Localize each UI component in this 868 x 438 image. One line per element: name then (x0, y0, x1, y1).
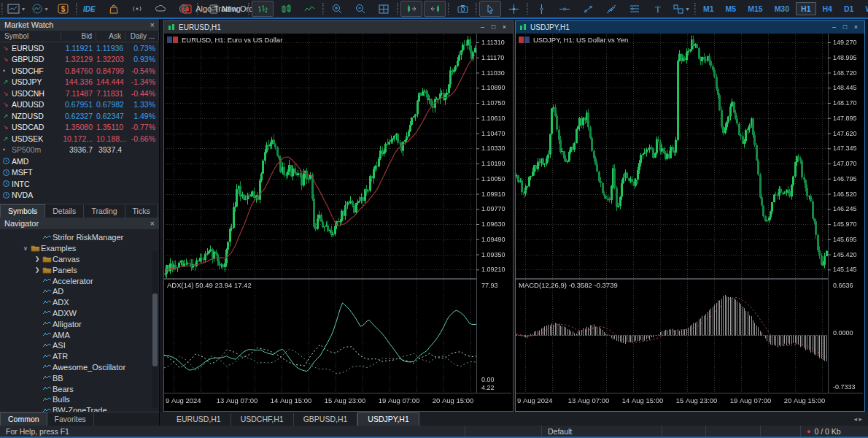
timeframe-m30[interactable]: M30 (770, 2, 794, 15)
navigator-item-bulls[interactable]: Bulls (0, 394, 159, 405)
accounts-button[interactable]: $ (52, 1, 74, 17)
signals-button[interactable] (126, 1, 148, 17)
tab-details[interactable]: Details (45, 205, 84, 218)
market-watch-row[interactable]: •SP500m3936.73937.4 (0, 145, 159, 156)
cursor-button[interactable] (479, 1, 501, 17)
navigator-item-accelerator[interactable]: Accelerator (0, 275, 159, 286)
navigator-scrollbar[interactable] (152, 251, 158, 408)
tab-favorites[interactable]: Favorites (47, 413, 94, 426)
tree-item-label: Accelerator (53, 277, 93, 285)
zoom-out-button[interactable] (349, 1, 371, 17)
zoom-in-button[interactable] (326, 1, 348, 17)
auto-scroll-button[interactable] (424, 1, 446, 17)
chevron-right-icon[interactable]: ❯ (34, 256, 41, 262)
timeframe-m5[interactable]: M5 (721, 2, 742, 15)
minimize-button[interactable]: – (829, 22, 840, 33)
window-titlebar[interactable]: EURUSD,H1 –□× (164, 21, 513, 34)
timeframe-m15[interactable]: M15 (743, 2, 767, 15)
tab-symbols[interactable]: Symbols (0, 204, 45, 218)
timeframe-m1[interactable]: M1 (698, 2, 719, 15)
new-chart-button[interactable]: ▾ (5, 1, 27, 17)
chart-tab-usdchf-h1[interactable]: USDCHF,H1 (231, 413, 294, 426)
market-watch-row[interactable]: ↗USDSEK10.172...10.188...-0.66% (0, 133, 159, 145)
navigator-item-adxw[interactable]: ADXW (0, 308, 159, 319)
timeframe-h4[interactable]: H4 (818, 2, 837, 15)
shapes-button[interactable]: ▾ (670, 1, 692, 17)
minimize-button[interactable]: – (477, 22, 488, 33)
navigator-item-bw-zonetrade[interactable]: BW-ZoneTrade (0, 405, 159, 412)
close-button[interactable]: × (850, 22, 861, 33)
column-header-daily[interactable]: Daily ... (125, 32, 159, 40)
candlestick-chart-button[interactable] (275, 1, 297, 17)
market-watch-row[interactable]: ↘AUDUSD0.679510.679821.33% (0, 99, 159, 111)
navigator-item-asi[interactable]: ASI (0, 340, 159, 351)
navigator-item-bb[interactable]: BB (0, 372, 159, 383)
chart-symbol-label: USDJPY, H1: US Dollar vs Yen (519, 36, 628, 44)
timeframe-d1[interactable]: D1 (839, 2, 859, 15)
navigator-item-awesome-oscillator[interactable]: Awesome_Oscillator (0, 362, 159, 373)
market-button[interactable] (103, 1, 125, 17)
clock-icon (3, 180, 12, 187)
market-watch-row[interactable]: AMD (0, 155, 159, 167)
tab-scroll-arrows[interactable]: ◂ ▸ (853, 415, 862, 423)
shift-end-button[interactable] (400, 1, 422, 17)
chart-tab-eurusd-h1[interactable]: EURUSD,H1 (167, 413, 231, 426)
navigator-item-strifor-riskmanager[interactable]: Strifor RiskManager (0, 232, 159, 243)
maximize-button[interactable]: □ (488, 22, 499, 33)
cloud-button[interactable] (150, 1, 171, 17)
chart-profiles-button[interactable]: ▾ (28, 1, 50, 17)
horizontal-line-button[interactable] (554, 1, 576, 17)
usdjpy-chart-canvas[interactable] (516, 34, 863, 410)
timeframe-h1[interactable]: H1 (796, 2, 815, 15)
navigator-item-atr[interactable]: ATR (0, 351, 159, 362)
trendline-button[interactable] (577, 1, 599, 17)
channel-button[interactable] (600, 1, 622, 17)
column-header-bid[interactable]: Bid (61, 32, 96, 40)
tile-windows-button[interactable] (373, 1, 395, 17)
close-icon[interactable]: × (150, 20, 155, 29)
maximize-button[interactable]: □ (840, 22, 850, 33)
vertical-line-button[interactable] (530, 1, 552, 17)
market-watch-row[interactable]: ↘GBPUSD1.321291.322030.93% (0, 54, 159, 66)
new-order-button[interactable]: New Order (224, 1, 246, 17)
market-watch-row[interactable]: ↗USDJPY144.336144.444-1.34% (0, 77, 159, 88)
close-button[interactable]: × (499, 22, 510, 33)
text-tool-button[interactable]: T (647, 1, 669, 17)
market-watch-row[interactable]: NVDA (0, 190, 159, 201)
navigator-item-ama[interactable]: AMA (0, 329, 159, 340)
timeframe-w1[interactable]: W1 (860, 2, 868, 15)
close-icon[interactable]: × (150, 219, 155, 228)
crosshair-button[interactable] (503, 1, 524, 17)
market-watch-row[interactable]: ↗NZDUSD0.623270.623471.49% (0, 110, 159, 122)
chevron-right-icon[interactable]: ❯ (34, 266, 41, 273)
chevron-down-icon[interactable]: ∨ (22, 245, 29, 252)
market-watch-row[interactable]: ↘EURUSD1.119211.119360.73% (0, 42, 159, 54)
market-watch-row[interactable]: ↘USDCNH7.114877.11831-0.44% (0, 88, 159, 99)
market-watch-row[interactable]: •USDCHF0.847600.84799-0.54% (0, 65, 159, 77)
bar-chart-button[interactable] (252, 1, 274, 17)
market-watch-row[interactable]: MSFT (0, 167, 159, 179)
navigator-item-canvas[interactable]: ❯Canvas (0, 254, 159, 265)
tab-common[interactable]: Common (0, 412, 47, 426)
scrollbar-thumb[interactable] (152, 293, 158, 366)
market-watch-row[interactable]: ↘USDCAD1.350801.35110-0.77% (0, 122, 159, 134)
chart-tab-usdjpy-h1[interactable]: USDJPY,H1 (357, 412, 419, 426)
metaeditor-button[interactable]: IDE (80, 1, 101, 17)
navigator-item-alligator[interactable]: Alligator (0, 318, 159, 329)
column-header-symbol[interactable]: Symbol (0, 32, 61, 40)
eurusd-chart-canvas[interactable] (164, 34, 511, 410)
navigator-item-ad[interactable]: AD (0, 286, 159, 297)
tab-trading[interactable]: Trading (84, 205, 125, 218)
equidistant-channel-button[interactable] (624, 1, 646, 17)
navigator-item-bears[interactable]: Bears (0, 383, 159, 394)
tab-ticks[interactable]: Ticks (125, 205, 158, 218)
line-chart-button[interactable] (298, 1, 320, 17)
navigator-item-examples[interactable]: ∨Examples (0, 243, 159, 254)
column-header-ask[interactable]: Ask (96, 32, 125, 40)
window-titlebar[interactable]: USDJPY,H1 –□× (516, 21, 864, 34)
navigator-item-adx[interactable]: ADX (0, 297, 159, 308)
market-watch-row[interactable]: INTC (0, 178, 159, 190)
chart-tab-gbpusd-h1[interactable]: GBPUSD,H1 (294, 413, 358, 426)
navigator-item-panels[interactable]: ❯Panels (0, 264, 159, 275)
screenshot-button[interactable] (452, 1, 473, 17)
